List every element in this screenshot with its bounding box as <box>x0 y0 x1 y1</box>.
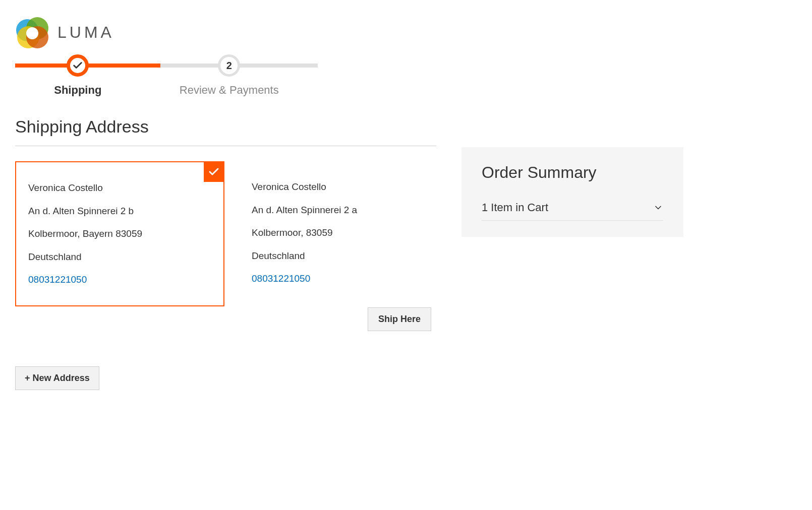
cart-items-toggle[interactable]: 1 Item in Cart <box>482 195 663 221</box>
address-card[interactable]: Veronica Costello An d. Alten Spinnerei … <box>240 161 431 304</box>
step-review-payments[interactable]: 2 Review & Payments <box>180 54 279 97</box>
step-review-label: Review & Payments <box>180 84 279 97</box>
address-card-selected[interactable]: Veronica Costello An d. Alten Spinnerei … <box>15 161 224 306</box>
brand-name: LUMA <box>57 23 114 42</box>
address-city: Kolbermoor, Bayern 83059 <box>28 222 211 245</box>
svg-point-4 <box>26 27 38 39</box>
address-country: Deutschland <box>252 244 419 268</box>
new-address-button[interactable]: + New Address <box>15 366 99 390</box>
checkout-progress: Shipping 2 Review & Payments <box>15 63 318 97</box>
order-summary-panel: Order Summary 1 Item in Cart <box>461 147 683 237</box>
step-review-circle: 2 <box>218 54 240 77</box>
address-street: An d. Alten Spinnerei 2 a <box>252 199 419 222</box>
address-phone-link[interactable]: 08031221050 <box>252 267 419 290</box>
page-title: Shipping Address <box>15 117 436 146</box>
cart-items-label: 1 Item in Cart <box>482 201 548 214</box>
address-name: Veronica Costello <box>28 176 211 200</box>
order-summary-title: Order Summary <box>482 163 663 182</box>
step-shipping[interactable]: Shipping <box>54 54 101 97</box>
address-country: Deutschland <box>28 245 211 269</box>
selected-badge <box>204 162 224 182</box>
chevron-down-icon <box>653 203 663 213</box>
step-shipping-circle <box>67 54 89 77</box>
brand-logo[interactable]: LUMA <box>15 15 797 49</box>
logo-mark-icon <box>15 15 49 49</box>
address-street: An d. Alten Spinnerei 2 b <box>28 200 211 223</box>
ship-here-button[interactable]: Ship Here <box>368 307 431 331</box>
address-phone-link[interactable]: 08031221050 <box>28 268 211 291</box>
checkmark-icon <box>208 166 220 178</box>
step-shipping-label: Shipping <box>54 84 101 97</box>
address-city: Kolbermoor, 83059 <box>252 221 419 244</box>
checkmark-icon <box>72 60 83 71</box>
address-name: Veronica Costello <box>252 175 419 199</box>
